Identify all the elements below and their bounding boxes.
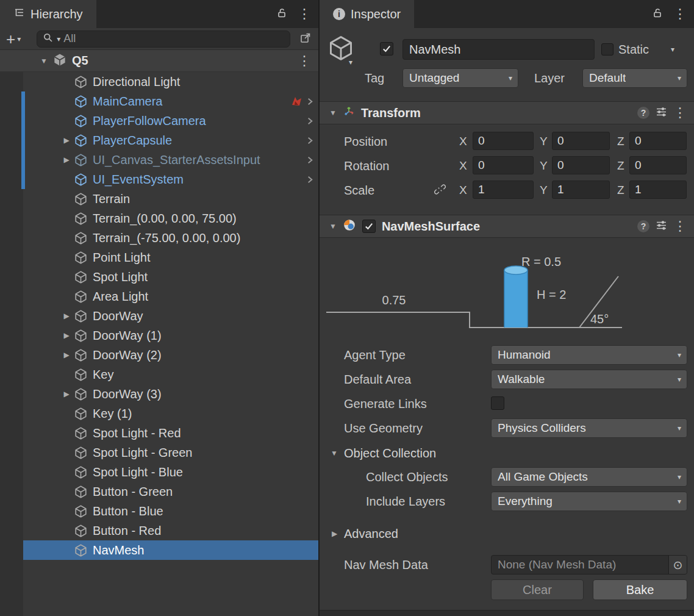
position-x-input[interactable]	[473, 132, 534, 150]
hierarchy-item[interactable]: Button - Green	[23, 482, 318, 501]
presets-icon[interactable]	[656, 220, 667, 234]
hierarchy-item[interactable]: NavMesh	[23, 540, 318, 560]
gameobject-big-icon[interactable]: ▾	[328, 35, 354, 63]
hierarchy-item[interactable]: Spot Light	[23, 267, 318, 287]
hierarchy-item[interactable]: ▶DoorWay (2)	[23, 345, 318, 365]
use-geometry-dropdown[interactable]: Physics Colliders ▾	[491, 418, 687, 438]
bake-button[interactable]: Bake	[593, 579, 687, 600]
rotation-z-input[interactable]	[629, 156, 687, 174]
hierarchy-item[interactable]: ▶DoorWay (3)	[23, 384, 318, 404]
kebab-menu-icon[interactable]: ⋮	[298, 7, 311, 21]
hierarchy-item[interactable]: Terrain	[23, 189, 318, 209]
presets-icon[interactable]	[656, 106, 667, 120]
navmesh-data-field[interactable]: None (Nav Mesh Data) ⊙	[491, 555, 687, 575]
hierarchy-item[interactable]: Area Light	[23, 287, 318, 306]
foldout-closed-icon[interactable]: ▶	[63, 332, 69, 339]
scale-y-input[interactable]	[552, 181, 610, 199]
object-name-input[interactable]	[402, 39, 595, 60]
scale-x-input[interactable]	[473, 181, 534, 199]
lock-icon[interactable]	[651, 7, 664, 21]
hierarchy-item[interactable]: ▶DoorWay	[23, 306, 318, 326]
navmeshsurface-header[interactable]: ▼ NavMeshSurface ? ⋮	[320, 215, 694, 238]
axis-z-label[interactable]: Z	[617, 132, 624, 151]
axis-y-label[interactable]: Y	[540, 156, 548, 176]
prefab-open-chevron-icon[interactable]	[306, 97, 315, 106]
static-toggle[interactable]	[601, 43, 614, 56]
static-dropdown-icon[interactable]: ▾	[671, 39, 674, 60]
axis-x-label[interactable]: X	[459, 156, 467, 176]
clear-button[interactable]: Clear	[491, 579, 584, 600]
position-z-input[interactable]	[629, 132, 687, 150]
prefab-open-chevron-icon[interactable]	[306, 136, 315, 145]
active-toggle[interactable]	[380, 42, 393, 56]
component-enabled-toggle[interactable]	[362, 220, 376, 233]
collect-objects-dropdown[interactable]: All Game Objects ▾	[491, 467, 687, 487]
hierarchy-item[interactable]: PlayerFollowCamera	[23, 111, 318, 131]
foldout-closed-icon[interactable]: ▶	[63, 312, 69, 320]
foldout-closed-icon[interactable]: ▶	[63, 351, 69, 359]
prefab-open-chevron-icon[interactable]	[306, 156, 315, 165]
hierarchy-item[interactable]: ▶PlayerCapsule	[23, 131, 318, 150]
kebab-menu-icon[interactable]: ⋮	[673, 220, 687, 233]
hierarchy-item[interactable]: Directional Light	[23, 72, 318, 91]
rotation-x-input[interactable]	[473, 156, 534, 174]
axis-x-label[interactable]: X	[459, 132, 467, 151]
layer-dropdown[interactable]: Default ▾	[582, 68, 687, 88]
kebab-menu-icon[interactable]: ⋮	[298, 54, 311, 68]
hierarchy-item[interactable]: Button - Red	[23, 521, 318, 540]
prefab-open-chevron-icon[interactable]	[306, 116, 315, 126]
hierarchy-item[interactable]: Spot Light - Blue	[23, 462, 318, 482]
foldout-closed-icon[interactable]: ▶	[63, 156, 69, 163]
tab-hierarchy[interactable]: Hierarchy	[0, 0, 96, 28]
agent-type-dropdown[interactable]: Humanoid ▾	[491, 345, 687, 365]
scene-header[interactable]: ▼ Q5 ⋮	[0, 50, 318, 72]
axis-z-label[interactable]: Z	[617, 181, 624, 200]
foldout-open-icon[interactable]: ▼	[40, 57, 48, 65]
hierarchy-item[interactable]: ▶DoorWay (1)	[23, 326, 318, 345]
foldout-closed-icon[interactable]: ▶	[63, 390, 69, 398]
prefab-open-chevron-icon[interactable]	[306, 175, 315, 184]
foldout-closed-icon[interactable]: ▶	[63, 137, 69, 144]
tag-dropdown[interactable]: Untagged ▾	[402, 68, 518, 88]
help-icon[interactable]: ?	[637, 107, 649, 119]
transform-header[interactable]: ▼ Transform ? ⋮	[320, 101, 694, 124]
advanced-foldout-label[interactable]: Advanced	[344, 524, 398, 543]
hierarchy-item[interactable]: Spot Light - Green	[23, 443, 318, 462]
hierarchy-item[interactable]: Terrain_(0.00, 0.00, 75.00)	[23, 209, 318, 228]
default-area-dropdown[interactable]: Walkable ▾	[491, 370, 687, 389]
hierarchy-item[interactable]: Point Light	[23, 248, 318, 267]
object-collection-label[interactable]: Object Collection	[344, 443, 436, 463]
hierarchy-item[interactable]: ▶UI_Canvas_StarterAssetsInput	[23, 150, 318, 170]
foldout-open-icon[interactable]: ▼	[329, 109, 337, 116]
foldout-open-icon[interactable]: ▼	[331, 449, 338, 457]
help-icon[interactable]: ?	[637, 220, 649, 232]
hierarchy-item[interactable]: Key (1)	[23, 404, 318, 423]
generate-links-toggle[interactable]	[491, 396, 504, 410]
axis-z-label[interactable]: Z	[617, 156, 624, 176]
axis-y-label[interactable]: Y	[540, 132, 548, 151]
foldout-closed-icon[interactable]: ▶	[332, 530, 337, 537]
create-object-button[interactable]: + ▾	[6, 31, 21, 47]
axis-y-label[interactable]: Y	[540, 181, 548, 200]
kebab-menu-icon[interactable]: ⋮	[673, 7, 687, 21]
position-y-input[interactable]	[552, 132, 610, 150]
lock-icon[interactable]	[276, 7, 288, 21]
hierarchy-item[interactable]: Key	[23, 365, 318, 384]
hierarchy-item[interactable]: MainCamera	[23, 91, 318, 111]
hierarchy-item[interactable]: Terrain_(-75.00, 0.00, 0.00)	[23, 228, 318, 248]
hierarchy-item[interactable]: Button - Blue	[23, 501, 318, 521]
hierarchy-item[interactable]: Spot Light - Red	[23, 423, 318, 443]
object-picker-icon[interactable]: ⊙	[668, 556, 687, 574]
hierarchy-item[interactable]: UI_EventSystem	[23, 170, 318, 189]
search-filter-caret-icon[interactable]: ▾	[57, 35, 60, 43]
scale-z-input[interactable]	[629, 181, 687, 199]
scale-link-icon[interactable]	[434, 184, 446, 195]
axis-x-label[interactable]: X	[459, 181, 467, 200]
rotation-y-input[interactable]	[552, 156, 610, 174]
include-layers-dropdown[interactable]: Everything ▾	[491, 492, 687, 511]
search-field[interactable]: ▾	[37, 30, 290, 48]
kebab-menu-icon[interactable]: ⋮	[673, 106, 687, 120]
open-search-window-icon[interactable]	[299, 31, 312, 47]
foldout-open-icon[interactable]: ▼	[329, 223, 337, 230]
tab-inspector[interactable]: i Inspector	[320, 0, 414, 28]
